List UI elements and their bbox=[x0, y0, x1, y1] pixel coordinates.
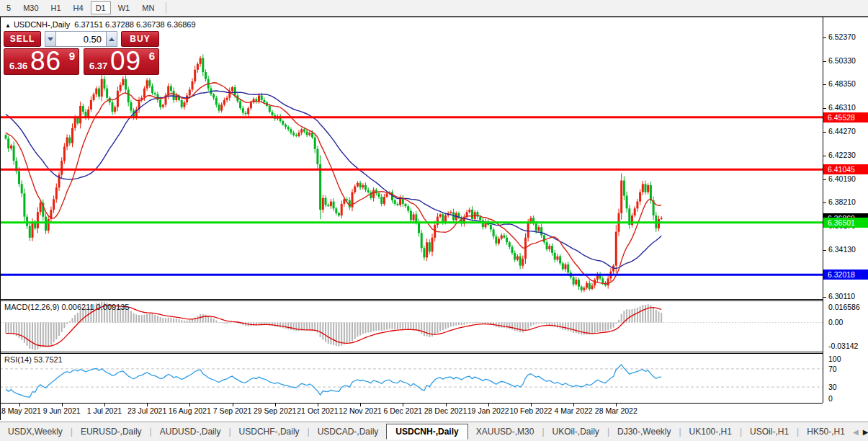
price-axis-label: 6.30110 bbox=[828, 292, 855, 300]
window-left-border bbox=[0, 17, 1, 420]
price-axis-tick bbox=[823, 297, 826, 298]
tab-hk50-h1[interactable]: HK50-,H1 bbox=[799, 424, 853, 440]
timeframe-button-m30[interactable]: M30 bbox=[18, 1, 43, 14]
rsi-pane-bottom-border bbox=[0, 403, 823, 404]
macd-title: MACD(12,26,9) bbox=[4, 303, 59, 311]
price-axis-label: 6.38210 bbox=[828, 197, 856, 206]
buy-price-box[interactable]: 6.37 09 6 bbox=[84, 48, 159, 75]
tab-scroll-right-icon[interactable]: ▶ bbox=[863, 428, 868, 436]
date-axis-label: 28 Dec 2021 bbox=[424, 406, 467, 415]
date-axis-label: 9 Jun 2021 bbox=[43, 406, 81, 415]
mt4-window: 5M30H1H4D1W1MN ▲USDCNH-,Daily 6.37151 6.… bbox=[0, 0, 868, 441]
tab-xauusd-m30[interactable]: XAUUSD-,M30 bbox=[468, 424, 542, 440]
date-axis-label: 10 Feb 2022 bbox=[509, 406, 552, 415]
date-axis-label: 21 Oct 2021 bbox=[297, 406, 338, 415]
level-price-badge: 6.36501 bbox=[823, 218, 868, 228]
tab-uk100-h1[interactable]: UK100-,H1 bbox=[681, 424, 740, 440]
tab-scroll-arrows: ◀▶ bbox=[853, 428, 868, 436]
date-axis-label: 1 Jul 2021 bbox=[87, 406, 122, 415]
level-price-badge: 6.45528 bbox=[823, 112, 868, 122]
buy-button[interactable]: BUY bbox=[121, 31, 159, 47]
tab-usdcnh-daily[interactable]: USDCNH-,Daily bbox=[386, 424, 467, 440]
volume-decrease-button[interactable] bbox=[45, 31, 56, 47]
price-axis-label: 6.46310 bbox=[828, 103, 856, 112]
chart-symbol-label: USDCNH-,Daily bbox=[14, 20, 70, 29]
one-click-trade-widget: SELL BUY 6.36 86 9 6.37 09 6 bbox=[4, 31, 159, 75]
rsi-label: RSI(14) 53.7521 bbox=[4, 355, 63, 364]
macd-axis-min-label: -0.03142 bbox=[828, 342, 858, 350]
tab-usdcad-daily[interactable]: USDCAD-,Daily bbox=[310, 424, 387, 440]
triangle-down-icon bbox=[48, 37, 53, 41]
price-axis-tick bbox=[823, 37, 826, 38]
level-price-badge: 6.41045 bbox=[823, 164, 868, 174]
price-pane-bottom-border bbox=[0, 299, 823, 300]
price-axis-tick bbox=[823, 84, 826, 85]
trade-widget-controls: SELL BUY bbox=[4, 31, 159, 47]
tab-usdchf-daily[interactable]: USDCHF-,Daily bbox=[231, 424, 308, 440]
price-axis-tick bbox=[823, 250, 826, 251]
date-axis-label: 16 Aug 2021 bbox=[169, 406, 211, 415]
timeframe-button-mn[interactable]: MN bbox=[137, 1, 159, 14]
buy-price-small: 6.37 bbox=[89, 61, 107, 71]
price-axis-tick bbox=[823, 108, 826, 109]
timeframe-button-5[interactable]: 5 bbox=[1, 1, 16, 14]
macd-axis-max-label: 0.016586 bbox=[828, 303, 860, 311]
sell-price-sup: 9 bbox=[69, 50, 75, 62]
macd-pane-top-border bbox=[0, 300, 823, 301]
timeframe-button-d1[interactable]: D1 bbox=[91, 1, 111, 14]
price-axis-tick bbox=[823, 132, 826, 133]
macd-current-values: 0.006211 0.009135 bbox=[61, 303, 129, 311]
date-axis-label: 23 Jul 2021 bbox=[127, 406, 166, 415]
tab-ukoil-daily[interactable]: UKOil-,Daily bbox=[545, 424, 607, 440]
buy-price-sup: 6 bbox=[149, 50, 155, 62]
date-axis-label: 28 Mar 2022 bbox=[595, 406, 637, 415]
price-axis-separator bbox=[823, 17, 823, 403]
price-axis-tick bbox=[823, 61, 826, 62]
price-axis-tick bbox=[823, 202, 826, 203]
macd-label: MACD(12,26,9) 0.006211 0.009135 bbox=[4, 303, 129, 311]
macd-pane-bottom-border bbox=[0, 352, 823, 352]
rsi-title: RSI(14) bbox=[4, 355, 32, 364]
date-axis-label: 7 Sep 2021 bbox=[213, 406, 252, 415]
rsi-pane-canvas[interactable] bbox=[0, 353, 823, 403]
price-axis-label: 6.48350 bbox=[828, 79, 856, 88]
date-axis-label: 4 Mar 2022 bbox=[555, 406, 593, 415]
volume-stepper bbox=[45, 31, 117, 47]
price-axis-label: 6.40190 bbox=[828, 174, 856, 183]
timeframe-toolbar: 5M30H1H4D1W1MN bbox=[0, 0, 868, 16]
rsi-current-value: 53.7521 bbox=[34, 355, 63, 364]
rsi-axis-label: 70 bbox=[828, 365, 837, 373]
collapse-triangle-icon[interactable]: ▲ bbox=[5, 22, 11, 29]
sell-price-box[interactable]: 6.36 86 9 bbox=[4, 48, 79, 75]
tab-audusd-daily[interactable]: AUDUSD-,Daily bbox=[152, 424, 229, 440]
volume-increase-button[interactable] bbox=[106, 31, 117, 47]
timeframe-button-w1[interactable]: W1 bbox=[113, 1, 135, 14]
date-axis-label: 12 Nov 2021 bbox=[339, 406, 382, 415]
price-axis-label: 6.44270 bbox=[828, 127, 856, 135]
sell-price-small: 6.36 bbox=[9, 61, 27, 71]
volume-input[interactable] bbox=[56, 31, 106, 47]
rsi-axis-label: 100 bbox=[828, 355, 841, 363]
triangle-up-icon bbox=[109, 37, 115, 41]
rsi-axis-label: 30 bbox=[828, 383, 837, 391]
sell-button[interactable]: SELL bbox=[4, 31, 41, 47]
tab-usdx-weekly[interactable]: USDX,Weekly bbox=[0, 424, 71, 440]
price-axis-label: 6.42230 bbox=[828, 151, 856, 159]
timeframe-button-h1[interactable]: H1 bbox=[46, 1, 66, 14]
tab-eurusd-daily[interactable]: EURUSD-,Daily bbox=[73, 424, 150, 440]
date-axis-label: 6 Dec 2021 bbox=[383, 406, 422, 415]
level-price-badge: 6.32018 bbox=[823, 270, 868, 280]
date-axis-label: 18 May 2021 bbox=[0, 406, 41, 415]
date-axis-label: 19 Jan 2022 bbox=[467, 406, 509, 415]
price-axis-label: 6.52370 bbox=[828, 32, 856, 41]
tab-dj30-weekly[interactable]: DJ30-,Weekly bbox=[609, 424, 679, 440]
price-axis-tick bbox=[823, 156, 826, 156]
tab-scroll-left-icon[interactable]: ◀ bbox=[853, 428, 859, 436]
timeframe-button-h4[interactable]: H4 bbox=[68, 1, 89, 14]
tab-usoil-h1[interactable]: USOil-,H1 bbox=[742, 424, 797, 440]
price-axis-label: 6.34130 bbox=[828, 245, 856, 254]
price-axis-label: 6.50330 bbox=[828, 56, 856, 65]
buy-price-big: 09 bbox=[110, 46, 141, 76]
macd-axis-zero-label: 0.00 bbox=[828, 318, 843, 326]
trade-widget-prices: 6.36 86 9 6.37 09 6 bbox=[4, 48, 159, 75]
